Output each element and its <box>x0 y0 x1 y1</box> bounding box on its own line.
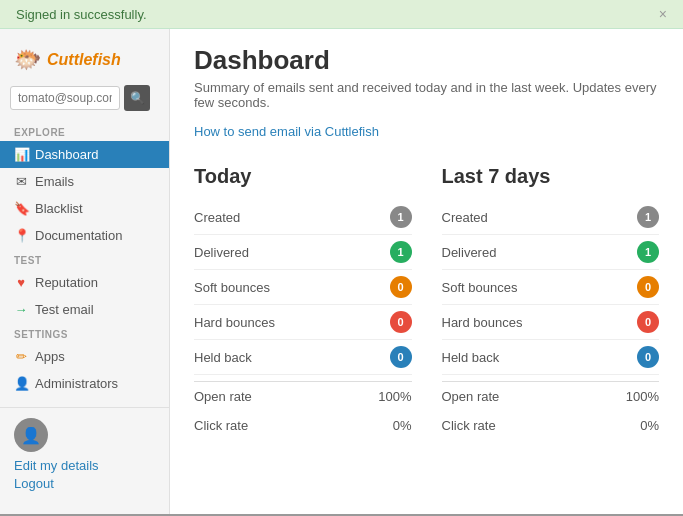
week-held-back-badge: 0 <box>637 346 659 368</box>
main-content: Dashboard Summary of emails sent and rec… <box>170 29 683 514</box>
today-soft-bounces-row: Soft bounces 0 <box>194 270 412 305</box>
week-created-label: Created <box>442 210 488 225</box>
blacklist-icon: 🔖 <box>14 201 28 216</box>
administrators-icon: 👤 <box>14 376 28 391</box>
week-created-row: Created 1 <box>442 200 660 235</box>
avatar: 👤 <box>14 418 48 452</box>
week-hard-bounces-label: Hard bounces <box>442 315 523 330</box>
today-soft-bounces-label: Soft bounces <box>194 280 270 295</box>
week-click-rate-row: Click rate 0% <box>442 411 660 440</box>
sidebar-item-documentation-label: Documentation <box>35 228 122 243</box>
today-column: Today Created 1 Delivered 1 Soft bounces… <box>194 165 412 440</box>
week-hard-bounces-row: Hard bounces 0 <box>442 305 660 340</box>
today-created-row: Created 1 <box>194 200 412 235</box>
today-held-back-label: Held back <box>194 350 252 365</box>
how-to-link[interactable]: How to send email via Cuttlefish <box>194 124 379 139</box>
edit-my-details-link[interactable]: Edit my details <box>14 458 155 473</box>
dashboard-columns: Today Created 1 Delivered 1 Soft bounces… <box>194 165 659 440</box>
week-soft-bounces-label: Soft bounces <box>442 280 518 295</box>
success-message: Signed in successfully. <box>16 7 147 22</box>
today-soft-bounces-badge: 0 <box>390 276 412 298</box>
sidebar-item-apps[interactable]: ✏ Apps <box>0 343 169 370</box>
today-created-badge: 1 <box>390 206 412 228</box>
today-hard-bounces-row: Hard bounces 0 <box>194 305 412 340</box>
today-title: Today <box>194 165 412 188</box>
sidebar-item-documentation[interactable]: 📍 Documentation <box>0 222 169 249</box>
today-delivered-row: Delivered 1 <box>194 235 412 270</box>
week-hard-bounces-badge: 0 <box>637 311 659 333</box>
search-button[interactable]: 🔍 <box>124 85 150 111</box>
page-title: Dashboard <box>194 45 659 76</box>
emails-icon: ✉ <box>14 174 28 189</box>
logo-area: 🐡 Cuttlefish <box>0 39 169 85</box>
sidebar-item-blacklist[interactable]: 🔖 Blacklist <box>0 195 169 222</box>
week-soft-bounces-row: Soft bounces 0 <box>442 270 660 305</box>
week-delivered-row: Delivered 1 <box>442 235 660 270</box>
page-subtitle: Summary of emails sent and received toda… <box>194 80 659 110</box>
week-open-rate-row: Open rate 100% <box>442 382 660 411</box>
today-created-label: Created <box>194 210 240 225</box>
week-held-back-label: Held back <box>442 350 500 365</box>
today-open-rate-value: 100% <box>378 389 411 404</box>
today-click-rate-label: Click rate <box>194 418 248 433</box>
today-held-back-row: Held back 0 <box>194 340 412 375</box>
logout-link[interactable]: Logout <box>14 476 155 491</box>
sidebar-item-dashboard-label: Dashboard <box>35 147 99 162</box>
sidebar-item-apps-label: Apps <box>35 349 65 364</box>
sidebar: 🐡 Cuttlefish 🔍 EXPLORE 📊 Dashboard ✉ Ema… <box>0 29 170 514</box>
today-delivered-label: Delivered <box>194 245 249 260</box>
search-bar: 🔍 <box>0 85 169 121</box>
sidebar-item-dashboard[interactable]: 📊 Dashboard <box>0 141 169 168</box>
test-email-icon: → <box>14 302 28 317</box>
reputation-icon: ♥ <box>14 275 28 290</box>
user-links: Edit my details Logout <box>14 458 155 491</box>
today-open-rate-row: Open rate 100% <box>194 382 412 411</box>
week-created-badge: 1 <box>637 206 659 228</box>
sidebar-item-administrators[interactable]: 👤 Administrators <box>0 370 169 397</box>
sidebar-item-reputation-label: Reputation <box>35 275 98 290</box>
today-held-back-badge: 0 <box>390 346 412 368</box>
week-open-rate-value: 100% <box>626 389 659 404</box>
sidebar-item-test-email-label: Test email <box>35 302 94 317</box>
last7days-title: Last 7 days <box>442 165 660 188</box>
today-delivered-badge: 1 <box>390 241 412 263</box>
today-click-rate-value: 0% <box>393 418 412 433</box>
week-held-back-row: Held back 0 <box>442 340 660 375</box>
search-input[interactable] <box>10 86 120 110</box>
week-delivered-label: Delivered <box>442 245 497 260</box>
week-delivered-badge: 1 <box>637 241 659 263</box>
sidebar-item-test-email[interactable]: → Test email <box>0 296 169 323</box>
apps-icon: ✏ <box>14 349 28 364</box>
week-click-rate-value: 0% <box>640 418 659 433</box>
settings-section-label: SETTINGS <box>0 323 169 343</box>
sidebar-item-blacklist-label: Blacklist <box>35 201 83 216</box>
sidebar-item-emails[interactable]: ✉ Emails <box>0 168 169 195</box>
logo-name: Cuttlefish <box>47 51 121 69</box>
sidebar-item-administrators-label: Administrators <box>35 376 118 391</box>
success-banner: Signed in successfully. × <box>0 0 683 29</box>
sidebar-item-emails-label: Emails <box>35 174 74 189</box>
week-open-rate-label: Open rate <box>442 389 500 404</box>
week-soft-bounces-badge: 0 <box>637 276 659 298</box>
today-hard-bounces-label: Hard bounces <box>194 315 275 330</box>
today-open-rate-label: Open rate <box>194 389 252 404</box>
sidebar-item-reputation[interactable]: ♥ Reputation <box>0 269 169 296</box>
close-icon[interactable]: × <box>659 6 667 22</box>
logo-fish-icon: 🐡 <box>14 47 41 73</box>
test-section-label: TEST <box>0 249 169 269</box>
dashboard-icon: 📊 <box>14 147 28 162</box>
today-click-rate-row: Click rate 0% <box>194 411 412 440</box>
documentation-icon: 📍 <box>14 228 28 243</box>
user-area: 👤 Edit my details Logout <box>0 407 169 504</box>
today-hard-bounces-badge: 0 <box>390 311 412 333</box>
explore-section-label: EXPLORE <box>0 121 169 141</box>
last7days-column: Last 7 days Created 1 Delivered 1 Soft b… <box>442 165 660 440</box>
week-click-rate-label: Click rate <box>442 418 496 433</box>
